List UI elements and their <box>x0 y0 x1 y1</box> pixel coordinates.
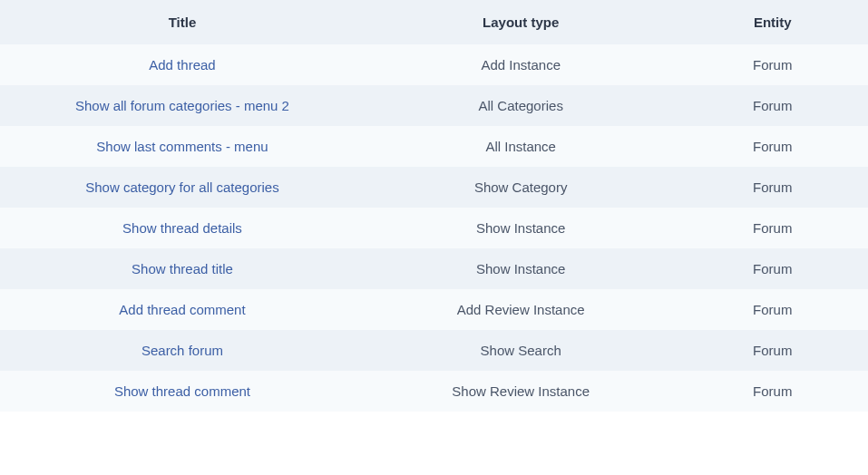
cell-entity: Forum <box>677 167 868 208</box>
layouts-table: Title Layout type Entity Add threadAdd I… <box>0 0 868 412</box>
cell-title: Show thread title <box>0 248 365 289</box>
header-entity: Entity <box>677 0 868 44</box>
table-row: Show last comments - menuAll InstanceFor… <box>0 126 868 167</box>
cell-layout-type: Show Instance <box>365 248 678 289</box>
cell-title: Show all forum categories - menu 2 <box>0 85 365 126</box>
cell-entity: Forum <box>677 330 868 371</box>
table-header-row: Title Layout type Entity <box>0 0 868 44</box>
cell-title: Show category for all categories <box>0 167 365 208</box>
cell-entity: Forum <box>677 289 868 330</box>
cell-entity: Forum <box>677 44 868 85</box>
title-link[interactable]: Show category for all categories <box>85 179 278 195</box>
title-link[interactable]: Show thread comment <box>114 383 250 399</box>
cell-layout-type: Show Review Instance <box>365 371 678 412</box>
cell-layout-type: Show Instance <box>365 208 678 248</box>
cell-title: Add thread comment <box>0 289 365 330</box>
header-title: Title <box>0 0 365 44</box>
table-row: Show thread titleShow InstanceForum <box>0 248 868 289</box>
table-row: Show thread commentShow Review InstanceF… <box>0 371 868 412</box>
cell-layout-type: Show Search <box>365 330 678 371</box>
cell-entity: Forum <box>677 208 868 248</box>
title-link[interactable]: Search forum <box>141 343 223 358</box>
table-body: Add threadAdd InstanceForumShow all foru… <box>0 44 868 412</box>
cell-layout-type: Add Review Instance <box>365 289 678 330</box>
cell-layout-type: Show Category <box>365 167 678 208</box>
table-row: Show all forum categories - menu 2All Ca… <box>0 85 868 126</box>
title-link[interactable]: Show thread details <box>122 220 242 236</box>
cell-layout-type: All Categories <box>365 85 678 126</box>
table-row: Add threadAdd InstanceForum <box>0 44 868 85</box>
cell-entity: Forum <box>677 85 868 126</box>
cell-title: Show thread comment <box>0 371 365 412</box>
cell-entity: Forum <box>677 248 868 289</box>
title-link[interactable]: Show all forum categories - menu 2 <box>75 98 289 113</box>
cell-entity: Forum <box>677 126 868 167</box>
header-layout-type: Layout type <box>365 0 678 44</box>
cell-title: Add thread <box>0 44 365 85</box>
cell-layout-type: All Instance <box>365 126 678 167</box>
cell-title: Show last comments - menu <box>0 126 365 167</box>
title-link[interactable]: Show thread title <box>132 261 233 276</box>
cell-entity: Forum <box>677 371 868 412</box>
cell-title: Search forum <box>0 330 365 371</box>
cell-title: Show thread details <box>0 208 365 248</box>
title-link[interactable]: Add thread comment <box>119 302 245 317</box>
title-link[interactable]: Add thread <box>149 57 215 73</box>
table-row: Add thread commentAdd Review InstanceFor… <box>0 289 868 330</box>
table-row: Show category for all categoriesShow Cat… <box>0 167 868 208</box>
table-row: Search forumShow SearchForum <box>0 330 868 371</box>
cell-layout-type: Add Instance <box>365 44 678 85</box>
table-row: Show thread detailsShow InstanceForum <box>0 208 868 248</box>
title-link[interactable]: Show last comments - menu <box>96 139 268 154</box>
